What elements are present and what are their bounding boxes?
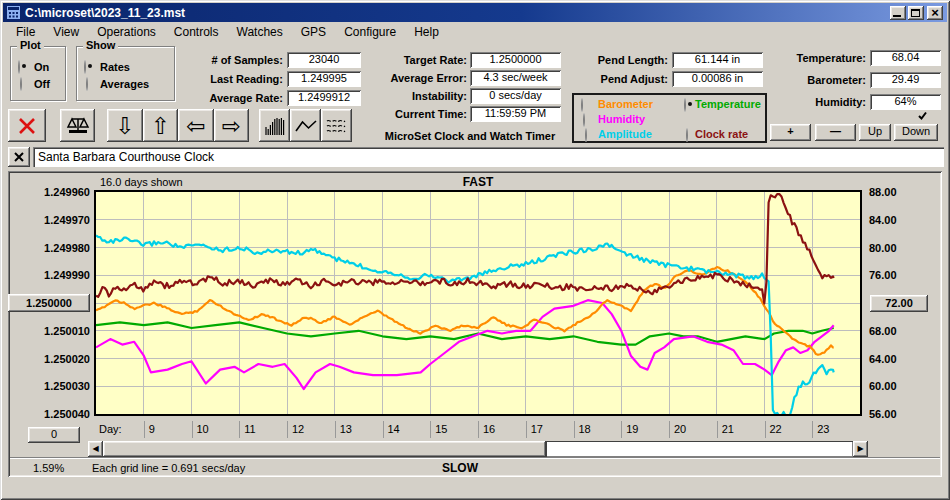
zero-button[interactable]: 0 [28, 427, 80, 443]
barometer-value: 29.49 [870, 72, 941, 88]
day-axis-title: Day: [99, 423, 122, 435]
scrollbar-left-arrow[interactable]: ◀ [88, 441, 103, 457]
pend-length-label: Pend Length: [583, 54, 668, 66]
y-axis-zero-rate-button[interactable]: 1.250000 [8, 294, 90, 312]
red-x-icon [17, 116, 37, 136]
shift-up-button[interactable]: ⇧ [143, 109, 178, 142]
footer-divider [10, 457, 940, 459]
barometer-label: Barometer: [779, 74, 866, 86]
histogram-icon [263, 115, 287, 137]
minimize-icon [893, 15, 901, 17]
trace-legend: Barometer Humidity Amplitude Temperature… [572, 93, 767, 143]
temperature-trace-radio[interactable] [684, 98, 686, 112]
clock-rate-trace-radio[interactable] [686, 128, 688, 142]
amplitude-trace-radio[interactable] [585, 128, 587, 142]
menu-view[interactable]: View [44, 23, 88, 41]
menu-gps[interactable]: GPS [292, 23, 335, 41]
series-amplitude [96, 235, 834, 414]
balance-scale-icon [65, 115, 91, 136]
show-rates-radio[interactable] [84, 60, 86, 74]
scrollbar-right-arrow[interactable]: ▶ [853, 441, 868, 457]
line-view-button[interactable] [290, 109, 321, 142]
window-title: C:\microset\2023_11_23.mst [25, 6, 185, 20]
minus-button[interactable]: — [815, 124, 856, 141]
clock-name-input[interactable] [33, 147, 944, 167]
barometer-trace-label: Barometer [598, 98, 653, 110]
temperature-trace-label: Temperature [695, 98, 761, 110]
barometer-trace-radio[interactable] [581, 98, 583, 112]
plot-off-label: Off [34, 78, 50, 90]
target-rate-label: Target Rate: [377, 54, 467, 66]
show-group-title: Show [83, 39, 118, 51]
shift-down-button[interactable]: ⇩ [107, 109, 143, 142]
zoom-percent-label: 1.59% [33, 462, 64, 474]
humidity-trace-radio[interactable] [583, 113, 585, 127]
scroll-left-button[interactable]: ⇦ [178, 109, 214, 142]
temperature-value: 68.04 [870, 50, 941, 66]
menu-bar: File View Operations Controls Watches GP… [3, 22, 947, 41]
close-button[interactable]: × [927, 6, 943, 20]
show-rates-label: Rates [100, 61, 130, 73]
title-bar[interactable]: C:\microset\2023_11_23.mst × [3, 3, 947, 22]
plot-off-radio[interactable] [20, 77, 22, 91]
zigzag-line-icon [294, 116, 318, 136]
pend-length-value: 61.144 in [672, 52, 763, 68]
y-axis-temperature-button[interactable]: 72.00 [870, 295, 928, 312]
scrollbar-thumb[interactable] [103, 441, 546, 457]
instability-label: Instability: [377, 90, 467, 102]
current-time-value: 11:59:59 PM [470, 106, 561, 122]
average-error-value: 4.3 sec/week [470, 70, 561, 86]
plot-on-radio[interactable] [18, 60, 20, 74]
left-arrow-icon: ⇦ [186, 116, 205, 136]
menu-help[interactable]: Help [405, 23, 448, 41]
last-reading-value: 1.249995 [287, 71, 361, 87]
menu-file[interactable]: File [7, 23, 44, 41]
series-clock-rate [96, 194, 834, 303]
plot-area[interactable] [96, 192, 860, 414]
maximize-button[interactable] [908, 6, 924, 20]
series-humidity [96, 300, 834, 389]
app-window: C:\microset\2023_11_23.mst × File View O… [0, 0, 950, 500]
samples-value: 23040 [287, 52, 361, 68]
time-scrollbar: ◀ ▶ [88, 441, 868, 457]
app-title: MicroSet Clock and Watch Timer [375, 130, 565, 142]
menu-operations[interactable]: Operations [88, 23, 165, 41]
last-reading-label: Last Reading: [183, 73, 283, 85]
clear-name-button[interactable] [8, 147, 30, 167]
menu-watches[interactable]: Watches [228, 23, 292, 41]
up-button[interactable]: Up [859, 124, 891, 141]
x-icon [13, 151, 25, 163]
average-rate-value: 1.2499912 [287, 90, 361, 106]
show-averages-radio[interactable] [86, 77, 88, 91]
right-arrow-icon: ⇨ [222, 116, 241, 136]
down-button[interactable]: Down [894, 124, 938, 141]
samples-label: # of Samples: [183, 54, 283, 66]
clock-rate-trace-label: Clock rate [695, 128, 748, 140]
average-rate-label: Average Rate: [183, 92, 283, 104]
humidity-trace-label: Humidity [598, 113, 645, 125]
close-icon: × [927, 5, 943, 20]
temperature-label: Temperature: [779, 52, 866, 64]
menu-configure[interactable]: Configure [335, 23, 405, 41]
humidity-value: 64% [870, 94, 941, 110]
plus-button[interactable]: + [770, 124, 811, 141]
maximize-icon [911, 9, 920, 17]
plot-groupbox: Plot On Off [10, 46, 66, 101]
smooth-view-button[interactable] [321, 109, 352, 142]
slow-label: SLOW [78, 461, 842, 475]
delete-button[interactable] [8, 109, 46, 142]
histogram-view-button[interactable] [259, 109, 290, 142]
balance-scale-button[interactable] [60, 109, 95, 142]
amplitude-trace-label: Amplitude [598, 128, 652, 140]
scrollbar-track[interactable] [546, 441, 853, 457]
target-rate-value: 1.2500000 [470, 52, 561, 68]
menu-controls[interactable]: Controls [165, 23, 228, 41]
current-time-label: Current Time: [377, 108, 467, 120]
minimize-button[interactable] [890, 6, 906, 20]
waves-icon [325, 116, 349, 136]
up-arrow-icon: ⇧ [151, 116, 170, 136]
show-groupbox: Show Rates Averages [76, 46, 175, 101]
show-averages-label: Averages [100, 78, 149, 90]
scroll-right-button[interactable]: ⇨ [214, 109, 249, 142]
plot-group-title: Plot [17, 39, 44, 51]
